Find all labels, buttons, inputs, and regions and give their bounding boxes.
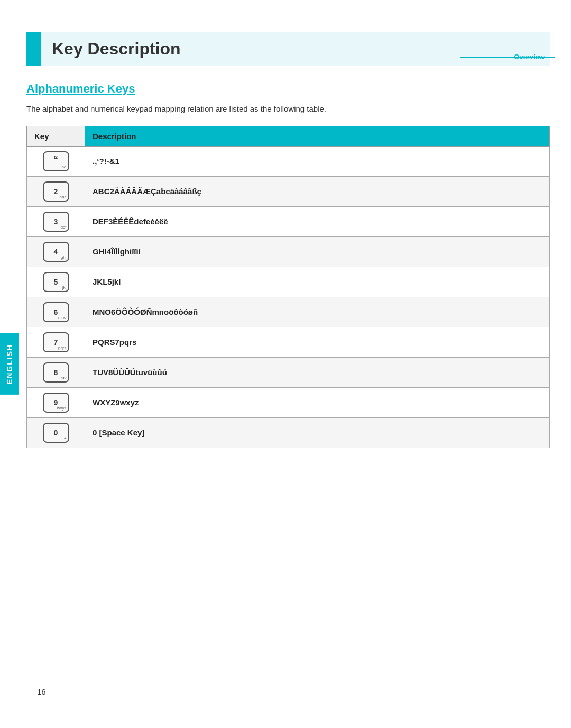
key-cell: 6 mno bbox=[27, 297, 85, 327]
key-icon: 8 tuv bbox=[43, 362, 69, 383]
desc-cell: GHI4ÎÏÌÍghiïïìí bbox=[85, 236, 550, 267]
key-icon: 6 mno bbox=[43, 302, 69, 322]
table-row: 0 + 0 [Space Key] bbox=[27, 417, 550, 448]
key-icon: 3 def bbox=[43, 212, 69, 232]
key-table: Key Description “ ao .,‘?!-&1 2 abc ABC2… bbox=[26, 126, 550, 448]
desc-cell: WXYZ9wxyz bbox=[85, 387, 550, 417]
table-row: 5 jkl JKL5jkl bbox=[27, 267, 550, 297]
key-cell: 2 abc bbox=[27, 176, 85, 206]
table-row: 7 pqrs PQRS7pqrs bbox=[27, 327, 550, 357]
key-cell: 4 ghi bbox=[27, 236, 85, 267]
sidebar-label: ENGLISH bbox=[5, 344, 14, 384]
desc-cell: TUV8ÜÙÛÚtuvüùûú bbox=[85, 357, 550, 387]
key-cell: “ ao bbox=[27, 146, 85, 176]
key-cell: 8 tuv bbox=[27, 357, 85, 387]
overview-separator bbox=[460, 57, 555, 58]
table-row: 8 tuv TUV8ÜÙÛÚtuvüùûú bbox=[27, 357, 550, 387]
desc-cell: .,‘?!-&1 bbox=[85, 146, 550, 176]
key-cell: 5 jkl bbox=[27, 267, 85, 297]
key-icon: 9 wxyz bbox=[43, 393, 69, 413]
key-cell: 0 + bbox=[27, 417, 85, 448]
desc-cell: MNO6ÖÔÒÓØÑmnoöôòóøñ bbox=[85, 297, 550, 327]
table-row: 2 abc ABC2ÄÀÁÂÃÆÇabcäàáâãßç bbox=[27, 176, 550, 206]
desc-cell: PQRS7pqrs bbox=[85, 327, 550, 357]
key-cell: 9 wxyz bbox=[27, 387, 85, 417]
page-number: 16 bbox=[37, 687, 46, 696]
table-row: 4 ghi GHI4ÎÏÌÍghiïïìí bbox=[27, 236, 550, 267]
desc-cell: 0 [Space Key] bbox=[85, 417, 550, 448]
key-cell: 3 def bbox=[27, 206, 85, 236]
key-icon: 4 ghi bbox=[43, 242, 69, 262]
page-header: Key Description bbox=[26, 32, 550, 66]
desc-cell: ABC2ÄÀÁÂÃÆÇabcäàáâãßç bbox=[85, 176, 550, 206]
desc-cell: DEF3ÈÉËÊdefeèéëê bbox=[85, 206, 550, 236]
page-title: Key Description bbox=[52, 39, 181, 58]
key-cell: 7 pqrs bbox=[27, 327, 85, 357]
table-row: 6 mno MNO6ÖÔÒÓØÑmnoöôòóøñ bbox=[27, 297, 550, 327]
table-row: “ ao .,‘?!-&1 bbox=[27, 146, 550, 176]
section-heading: Alphanumeric Keys bbox=[26, 82, 550, 96]
key-icon: 2 abc bbox=[43, 181, 69, 202]
section-description: The alphabet and numerical keypad mappin… bbox=[26, 103, 550, 115]
header-cyan-bar bbox=[26, 32, 41, 66]
key-icon: “ ao bbox=[43, 151, 69, 171]
desc-cell: JKL5jkl bbox=[85, 267, 550, 297]
table-row: 9 wxyz WXYZ9wxyz bbox=[27, 387, 550, 417]
header-title-box: Key Description bbox=[41, 32, 550, 66]
key-icon: 0 + bbox=[43, 423, 69, 443]
main-content: Key Description Alphanumeric Keys The al… bbox=[26, 0, 550, 448]
table-row: 3 def DEF3ÈÉËÊdefeèéëê bbox=[27, 206, 550, 236]
sidebar-tab: ENGLISH bbox=[0, 333, 19, 395]
key-icon: 5 jkl bbox=[43, 272, 69, 292]
col-header-description: Description bbox=[85, 126, 550, 146]
col-header-key: Key bbox=[27, 126, 85, 146]
key-icon: 7 pqrs bbox=[43, 332, 69, 352]
